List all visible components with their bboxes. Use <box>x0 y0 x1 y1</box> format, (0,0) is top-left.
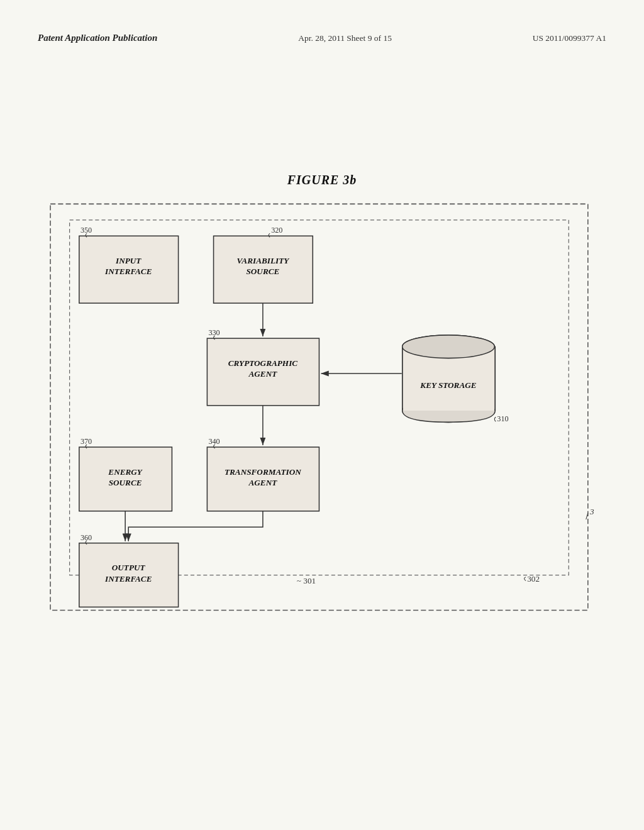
diagram-svg: 300 302 ~ 301 350 INPUT INTERFACE 320 VA… <box>47 195 594 622</box>
svg-rect-10 <box>214 236 313 303</box>
patent-number-label: US 2011/0099377 A1 <box>533 33 606 43</box>
svg-text:~ 301: ~ 301 <box>297 576 316 585</box>
svg-text:INTERFACE: INTERFACE <box>104 574 152 584</box>
svg-rect-0 <box>50 204 588 610</box>
svg-text:AGENT: AGENT <box>248 478 278 487</box>
svg-text:OUTPUT: OUTPUT <box>112 563 146 572</box>
svg-point-32 <box>402 399 495 423</box>
svg-text:370: 370 <box>80 437 92 446</box>
svg-text:330: 330 <box>208 328 219 337</box>
svg-rect-18 <box>207 447 319 511</box>
svg-text:AGENT: AGENT <box>248 369 278 379</box>
svg-text:VARIABILITY: VARIABILITY <box>237 256 291 265</box>
svg-text:340: 340 <box>208 437 219 446</box>
svg-point-31 <box>402 335 495 358</box>
svg-rect-33 <box>403 346 495 411</box>
diagram-area: 300 302 ~ 301 350 INPUT INTERFACE 320 VA… <box>47 195 594 622</box>
svg-rect-1 <box>70 220 569 575</box>
svg-text:INPUT: INPUT <box>115 256 142 265</box>
svg-text:INTERFACE: INTERFACE <box>104 267 152 276</box>
svg-text:302: 302 <box>527 574 540 584</box>
page-header: Patent Application Publication Apr. 28, … <box>38 33 606 43</box>
svg-rect-30 <box>402 346 496 411</box>
svg-text:ENERGY: ENERGY <box>108 467 143 477</box>
svg-rect-14 <box>207 338 319 406</box>
svg-text:320: 320 <box>271 226 282 235</box>
svg-text:310: 310 <box>497 414 508 423</box>
date-sheet-label: Apr. 28, 2011 Sheet 9 of 15 <box>298 33 392 43</box>
svg-text:300: 300 <box>589 507 594 516</box>
svg-text:KEY STORAGE: KEY STORAGE <box>419 380 476 390</box>
svg-rect-6 <box>79 236 179 303</box>
svg-text:CRYPTOGRAPHIC: CRYPTOGRAPHIC <box>228 358 298 368</box>
svg-rect-26 <box>79 543 179 607</box>
svg-text:SOURCE: SOURCE <box>246 267 279 276</box>
figure-title: FIGURE 3b <box>0 173 644 187</box>
publication-label: Patent Application Publication <box>38 33 157 43</box>
svg-text:360: 360 <box>80 533 92 542</box>
svg-text:350: 350 <box>80 226 92 235</box>
page-container: Patent Application Publication Apr. 28, … <box>0 0 644 830</box>
svg-point-36 <box>402 335 495 358</box>
svg-line-3 <box>586 513 588 519</box>
svg-text:TRANSFORMATION: TRANSFORMATION <box>225 467 301 477</box>
svg-text:SOURCE: SOURCE <box>109 478 142 487</box>
svg-rect-22 <box>79 447 172 511</box>
